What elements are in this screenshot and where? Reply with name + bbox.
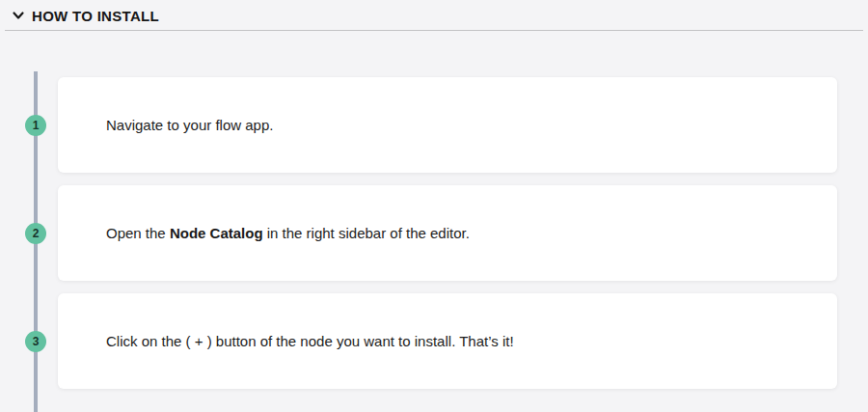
step-number-badge: 3 xyxy=(25,331,46,352)
how-to-install-panel: HOW TO INSTALL 1 Navigate to your flow a… xyxy=(0,0,868,412)
step-number-badge: 1 xyxy=(25,115,46,136)
step-text-suffix: in the right sidebar of the editor. xyxy=(263,225,470,241)
step-card-1: 1 Navigate to your flow app. xyxy=(58,77,837,173)
step-text-bold: Node Catalog xyxy=(170,225,263,241)
steps-timeline: 1 Navigate to your flow app. 2 Open the … xyxy=(0,31,868,389)
section-title: HOW TO INSTALL xyxy=(32,8,159,23)
step-text: Open the Node Catalog in the right sideb… xyxy=(106,223,470,243)
step-text: Navigate to your flow app. xyxy=(106,115,273,135)
step-text: Click on the ( + ) button of the node yo… xyxy=(106,331,514,351)
section-header-toggle[interactable]: HOW TO INSTALL xyxy=(0,0,868,30)
chevron-down-icon xyxy=(12,9,25,22)
step-number-badge: 2 xyxy=(25,223,46,244)
step-card-3: 3 Click on the ( + ) button of the node … xyxy=(58,293,837,389)
step-card-2: 2 Open the Node Catalog in the right sid… xyxy=(58,185,837,281)
step-text-prefix: Open the xyxy=(106,225,170,241)
